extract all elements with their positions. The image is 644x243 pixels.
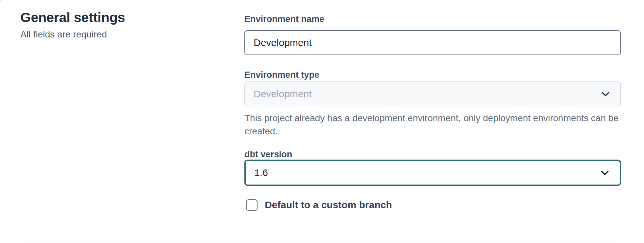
dbt-version-selected-value: 1.6 bbox=[254, 167, 268, 178]
custom-branch-checkbox-label: Default to a custom branch bbox=[265, 199, 392, 211]
chevron-down-icon bbox=[600, 88, 611, 99]
settings-panel: General settings All fields are required… bbox=[0, 0, 644, 243]
custom-branch-checkbox-row[interactable]: Default to a custom branch bbox=[246, 199, 621, 211]
general-settings-form: Environment name Environment type Develo… bbox=[244, 14, 621, 211]
dbt-version-select[interactable]: 1.6 bbox=[244, 160, 621, 186]
environment-type-selected-value: Development bbox=[254, 88, 312, 99]
chevron-down-icon bbox=[599, 167, 610, 178]
environment-name-input[interactable] bbox=[244, 30, 621, 55]
dbt-version-label: dbt version bbox=[244, 149, 621, 160]
section-intro: General settings All fields are required bbox=[20, 10, 205, 41]
environment-type-label: Environment type bbox=[244, 70, 621, 80]
page-subtitle: All fields are required bbox=[20, 29, 205, 40]
environment-type-select[interactable]: Development bbox=[244, 81, 621, 106]
page-title: General settings bbox=[20, 10, 205, 25]
custom-branch-checkbox[interactable] bbox=[246, 199, 258, 211]
environment-name-label: Environment name bbox=[244, 14, 621, 24]
section-divider bbox=[20, 242, 621, 242]
environment-type-helper-text: This project already has a development e… bbox=[244, 112, 621, 138]
